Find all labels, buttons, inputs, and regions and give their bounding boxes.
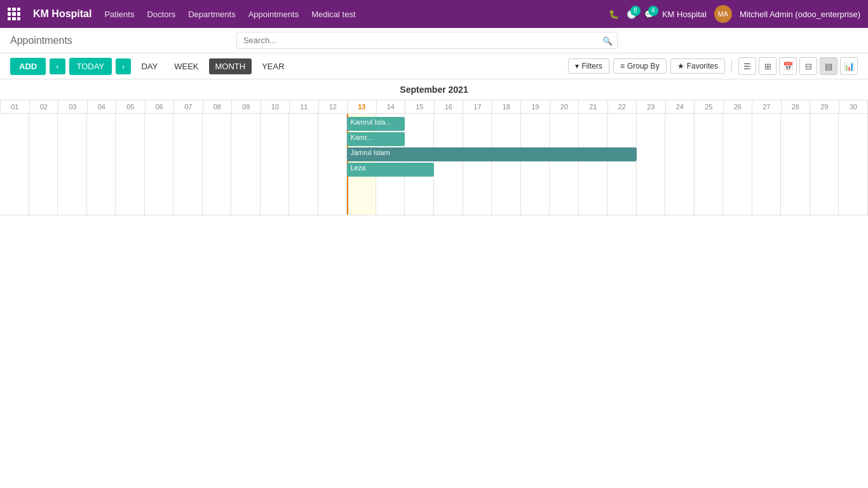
- nav-patients[interactable]: Patients: [104, 10, 134, 19]
- grid-view-icon[interactable]: ⊟: [799, 57, 817, 75]
- grid-menu-icon[interactable]: [8, 8, 20, 20]
- day-cell-16[interactable]: [434, 114, 463, 215]
- day-cell-19[interactable]: [521, 114, 550, 215]
- navbar-right: 🐛 🕐 8 💬 4 KM Hospital MA Mitchell Admin …: [609, 5, 860, 23]
- day-header-27: 27: [752, 100, 782, 114]
- day-cell-06[interactable]: [145, 114, 174, 215]
- day-header-12: 12: [319, 100, 348, 114]
- calendar-body: Kamrul Isla...Kamr...Jamrul IslamLeza: [0, 114, 868, 215]
- activity-icon-wrap[interactable]: 🕐 8: [627, 10, 637, 19]
- day-cell-08[interactable]: [203, 114, 232, 215]
- day-header-01: 01: [1, 100, 30, 114]
- day-cell-11[interactable]: [289, 114, 318, 215]
- day-header-13: 13: [348, 100, 377, 114]
- nav-medical-test[interactable]: Medical test: [311, 10, 355, 19]
- day-header-22: 22: [608, 100, 637, 114]
- nav-doctors[interactable]: Doctors: [147, 10, 175, 19]
- day-cell-09[interactable]: [231, 114, 261, 215]
- day-cell-25[interactable]: [695, 114, 724, 215]
- calendar-view-icon[interactable]: 📅: [779, 57, 797, 75]
- today-button[interactable]: TODAY: [69, 58, 112, 75]
- day-cell-20[interactable]: [550, 114, 579, 215]
- day-cell-24[interactable]: [665, 114, 695, 215]
- day-header-06: 06: [146, 100, 175, 114]
- day-header-20: 20: [550, 100, 580, 114]
- toolbar-left: ADD ‹ TODAY › DAY WEEK MONTH YEAR: [10, 58, 291, 75]
- view-icon-group: ☰ ⊞ 📅 ⊟ ▤ 📊: [738, 57, 858, 75]
- day-cell-26[interactable]: [723, 114, 752, 215]
- view-month-button[interactable]: MONTH: [209, 58, 252, 74]
- day-cell-21[interactable]: [579, 114, 608, 215]
- day-header-03: 03: [58, 100, 88, 114]
- user-avatar[interactable]: MA: [714, 5, 732, 23]
- day-cell-03[interactable]: [58, 114, 87, 215]
- list-view-icon[interactable]: ☰: [738, 57, 756, 75]
- event-3[interactable]: Leza: [347, 163, 434, 177]
- view-year-button[interactable]: YEAR: [255, 58, 290, 74]
- day-header-10: 10: [261, 100, 290, 114]
- page-title: Appointments: [10, 35, 72, 46]
- day-cell-01[interactable]: [0, 114, 29, 215]
- navbar-menu: Patients Doctors Departments Appointment…: [104, 10, 595, 19]
- search-input[interactable]: [236, 32, 618, 49]
- day-header-16: 16: [435, 100, 464, 114]
- view-day-button[interactable]: DAY: [135, 58, 164, 74]
- favorites-button[interactable]: ★ Favorites: [670, 58, 725, 74]
- groupby-button[interactable]: ≡ Group By: [613, 58, 667, 74]
- day-cell-18[interactable]: [492, 114, 521, 215]
- hospital-name: KM Hospital: [662, 10, 707, 19]
- day-cell-02[interactable]: [29, 114, 58, 215]
- calendar-month-header: September 2021: [0, 79, 868, 100]
- event-2[interactable]: Jamrul Islam: [347, 147, 636, 161]
- chat-badge: 4: [648, 6, 658, 16]
- view-week-button[interactable]: WEEK: [168, 58, 205, 74]
- event-1[interactable]: Kamr...: [347, 132, 405, 146]
- day-cell-12[interactable]: [318, 114, 348, 215]
- day-header-17: 17: [463, 100, 492, 114]
- prev-button[interactable]: ‹: [50, 58, 65, 74]
- bug-icon-wrap[interactable]: 🐛: [609, 10, 619, 19]
- day-cell-28[interactable]: [781, 114, 810, 215]
- day-header-14: 14: [377, 100, 406, 114]
- event-0[interactable]: Kamrul Isla...: [347, 117, 405, 131]
- day-header-09: 09: [232, 100, 261, 114]
- search-icon: 🔍: [602, 36, 613, 45]
- next-button[interactable]: ›: [116, 58, 131, 74]
- user-name: Mitchell Admin (odoo_enterprise): [740, 10, 860, 19]
- day-cell-23[interactable]: [637, 114, 666, 215]
- toolbar-divider: [731, 60, 732, 72]
- day-header-24: 24: [666, 100, 695, 114]
- kanban-view-icon[interactable]: ⊞: [759, 57, 776, 75]
- day-cell-30[interactable]: [839, 114, 868, 215]
- day-cell-17[interactable]: [463, 114, 492, 215]
- bug-icon: 🐛: [609, 10, 619, 19]
- gantt-view-icon[interactable]: ▤: [820, 57, 837, 75]
- nav-appointments[interactable]: Appointments: [248, 10, 299, 19]
- navbar: KM Hospital Patients Doctors Departments…: [0, 0, 868, 28]
- day-header-02: 02: [30, 100, 59, 114]
- day-cell-22[interactable]: [607, 114, 637, 215]
- calendar-day-headers: 0102030405060708091011121314151617181920…: [0, 100, 868, 114]
- day-header-04: 04: [88, 100, 117, 114]
- day-cell-05[interactable]: [116, 114, 145, 215]
- search-bar: 🔍: [236, 32, 618, 49]
- chart-view-icon[interactable]: 📊: [840, 57, 858, 75]
- day-cell-29[interactable]: [810, 114, 839, 215]
- day-header-29: 29: [810, 100, 839, 114]
- day-header-05: 05: [116, 100, 146, 114]
- day-cell-07[interactable]: [173, 114, 203, 215]
- day-cell-04[interactable]: [87, 114, 116, 215]
- calendar: September 2021 0102030405060708091011121…: [0, 79, 868, 215]
- day-cell-10[interactable]: [261, 114, 290, 215]
- main-content: Appointments 🔍 ADD ‹ TODAY › DAY WEEK MO…: [0, 28, 868, 488]
- day-header-25: 25: [695, 100, 724, 114]
- chat-icon-wrap[interactable]: 💬 4: [644, 10, 654, 19]
- filters-button[interactable]: ▾ Filters: [568, 58, 609, 74]
- day-header-15: 15: [405, 100, 435, 114]
- day-header-19: 19: [521, 100, 550, 114]
- day-cell-27[interactable]: [752, 114, 782, 215]
- day-header-26: 26: [724, 100, 753, 114]
- nav-departments[interactable]: Departments: [188, 10, 235, 19]
- add-button[interactable]: ADD: [10, 58, 46, 75]
- day-header-08: 08: [203, 100, 233, 114]
